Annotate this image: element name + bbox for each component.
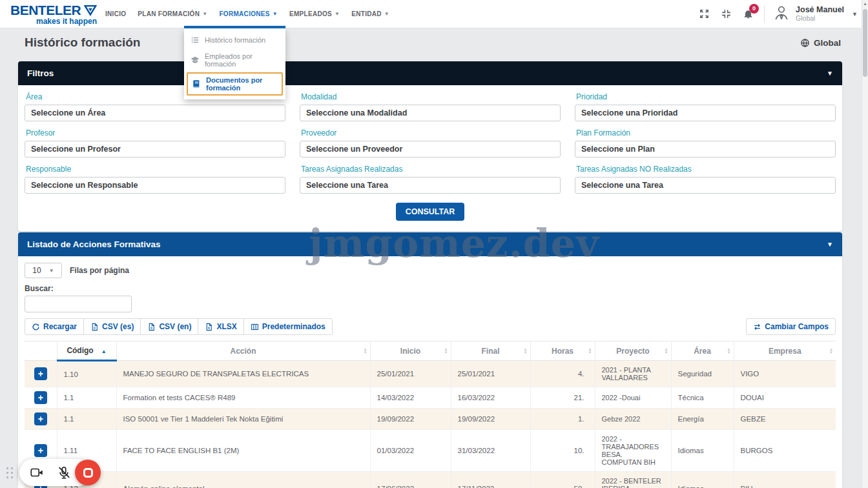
dropdown-item-label: Empleados por formación — [205, 52, 279, 68]
table-header-expand — [25, 341, 57, 361]
column-header-codigo[interactable]: Código▲ — [57, 341, 116, 361]
listado-panel-header[interactable]: Listado de Acciones Formativas ▼ — [18, 232, 842, 256]
select-tareas-asignadas-no-realizadas[interactable]: Seleccione una Tarea — [575, 177, 836, 194]
select-tareas-asignadas-realizadas[interactable]: Seleccione una Tarea — [300, 177, 561, 194]
dropdown-item-documentos-por-formacion[interactable]: Documentos por formación — [187, 72, 283, 96]
cell-accion: Alemán online elemental — [116, 472, 370, 488]
navbar-right: 0 José Manuel Global ▼ — [693, 3, 868, 25]
menu-item-formaciones[interactable]: FORMACIONES▼ — [213, 0, 284, 28]
rows-per-page-value: 10 — [32, 266, 41, 275]
notifications-bell-icon[interactable]: 0 — [737, 3, 759, 25]
stop-recording-button[interactable] — [75, 460, 101, 485]
menu-item-entidad[interactable]: ENTIDAD▼ — [346, 0, 395, 28]
filters-panel: Filtros ▼ ÁreaSeleccione un ÁreaModalida… — [18, 61, 842, 231]
drag-handle[interactable] — [5, 466, 15, 480]
page-scrollbar[interactable]: ▲ — [862, 0, 868, 488]
cell-inicio: 25/01/2021 — [370, 361, 451, 387]
cell-horas: 50. — [530, 472, 595, 488]
benteler-logo[interactable]: BENTELER makes it happen — [10, 3, 97, 26]
table-row: +1.1ISO 50001 ve Tier 1 Maddeleri Tek No… — [25, 409, 836, 430]
csv-es-button[interactable]: CSV (es) — [83, 318, 141, 335]
xlsx-button[interactable]: XLSX — [198, 318, 243, 335]
menu-item-label: PLAN FORMACIÓN — [138, 10, 200, 17]
filters-panel-header[interactable]: Filtros ▼ — [18, 61, 842, 85]
filter-label: Modalidad — [301, 92, 561, 101]
expand-row-button[interactable]: + — [34, 412, 47, 425]
cell-proyecto: 2022 - BENTELER IBERICA HOLDING, S.L. — [595, 472, 671, 488]
active-menu-underline — [184, 26, 285, 28]
column-header-empresa[interactable]: Empresa▲▼ — [734, 341, 836, 361]
scrollbar-thumb[interactable] — [863, 9, 867, 77]
table-header-row: Código▲Acción▲▼Inicio▲▼Final▲▼Horas▲▼Pro… — [25, 341, 836, 361]
column-header-area[interactable]: Área▲▼ — [671, 341, 734, 361]
filter-field-prioridad: PrioridadSeleccione una Prioridad — [575, 92, 836, 121]
collapse-caret-icon[interactable]: ▼ — [827, 241, 833, 248]
fullscreen-icon[interactable] — [693, 3, 715, 25]
column-header-label: Empresa — [769, 347, 801, 356]
menu-item-empleados[interactable]: EMPLEADOS▼ — [284, 0, 346, 28]
user-menu[interactable]: José Manuel Global ▼ — [772, 4, 858, 25]
search-input[interactable] — [25, 296, 132, 312]
menu-item-inicio[interactable]: INICIO — [99, 0, 132, 28]
user-scope: Global — [796, 14, 844, 22]
filters-body: ÁreaSeleccione un ÁreaModalidadSeleccion… — [18, 85, 842, 231]
scope-indicator[interactable]: Global — [800, 38, 841, 48]
book-icon — [192, 79, 201, 88]
column-header-horas[interactable]: Horas▲▼ — [530, 341, 595, 361]
dropdown-item-empleados-por-formacion[interactable]: Empleados por formación — [184, 48, 285, 72]
select-prioridad[interactable]: Seleccione una Prioridad — [575, 105, 836, 121]
dropdown-item-historico-formacion[interactable]: Histórico formación — [184, 32, 285, 48]
recargar-button[interactable]: Recargar — [25, 318, 84, 335]
menu-item-plan-formacion[interactable]: PLAN FORMACIÓN▼ — [132, 0, 213, 28]
select-responsable[interactable]: Seleccione un Responsable — [25, 177, 285, 194]
user-name: José Manuel — [796, 6, 844, 14]
expand-cell: + — [25, 361, 57, 387]
column-header-label: Inicio — [400, 347, 420, 356]
mic-off-icon[interactable] — [57, 465, 71, 480]
cell-area: Idiomas — [671, 472, 734, 488]
change-fields-button[interactable]: Cambiar Campos — [746, 318, 836, 335]
cell-final: 25/01/2021 — [451, 361, 530, 387]
select-modalidad[interactable]: Seleccione una Modalidad — [300, 105, 561, 121]
select-plan-formacion[interactable]: Seleccione un Plan — [575, 141, 836, 158]
cell-final: 17/11/2022 — [451, 472, 530, 488]
filters-grid: ÁreaSeleccione un ÁreaModalidadSeleccion… — [25, 92, 836, 194]
expand-row-button[interactable]: + — [34, 391, 47, 404]
expand-row-button[interactable]: + — [34, 444, 47, 457]
change-fields-label: Cambiar Campos — [765, 322, 829, 331]
refresh-icon — [32, 323, 40, 331]
table-body: +1.10MANEJO SEGURO DE TRANSPALETAS ELECT… — [25, 361, 836, 488]
column-header-final[interactable]: Final▲▼ — [451, 341, 530, 361]
cell-inicio: 01/03/2022 — [370, 430, 451, 472]
column-header-inicio[interactable]: Inicio▲▼ — [370, 341, 451, 361]
rows-per-page-select[interactable]: 10 ▼ — [25, 263, 62, 278]
menu-item-label: ENTIDAD — [351, 10, 382, 17]
csv-en-button[interactable]: CSV (en) — [140, 318, 198, 335]
column-header-accion[interactable]: Acción▲▼ — [116, 341, 370, 361]
scrollbar-up-arrow[interactable]: ▲ — [863, 1, 867, 6]
select-proveedor[interactable]: Seleccione un Proveedor — [300, 141, 561, 158]
camera-icon[interactable] — [30, 465, 44, 480]
column-header-label: Código — [67, 346, 93, 355]
column-header-proyecto[interactable]: Proyecto▲▼ — [595, 341, 671, 361]
predeterminados-button[interactable]: Predeterminados — [243, 318, 333, 335]
compress-icon[interactable] — [715, 3, 737, 25]
export-button-group: RecargarCSV (es)CSV (en)XLSXPredetermina… — [25, 318, 333, 335]
select-area[interactable]: Seleccione un Área — [25, 105, 285, 121]
chevron-down-icon: ▼ — [335, 11, 340, 17]
collapse-caret-icon[interactable]: ▼ — [827, 70, 833, 77]
chevron-down-icon: ▼ — [49, 268, 54, 274]
menu-item-label: FORMACIONES — [219, 10, 269, 17]
main-menu: INICIOPLAN FORMACIÓN▼FORMACIONES▼EMPLEAD… — [99, 0, 395, 28]
avatar — [772, 4, 790, 25]
chevron-down-icon: ▼ — [852, 11, 858, 17]
file-icon — [90, 323, 99, 331]
filter-label: Profesor — [26, 128, 285, 137]
expand-row-button[interactable]: + — [34, 367, 47, 380]
sort-arrows-icon: ▲▼ — [829, 348, 833, 354]
consultar-button[interactable]: CONSULTAR — [396, 203, 465, 221]
button-label: CSV (es) — [102, 322, 134, 331]
filter-label: Plan Formación — [576, 128, 836, 137]
menu-item-label: INICIO — [105, 10, 126, 17]
select-profesor[interactable]: Seleccione un Profesor — [25, 141, 285, 158]
